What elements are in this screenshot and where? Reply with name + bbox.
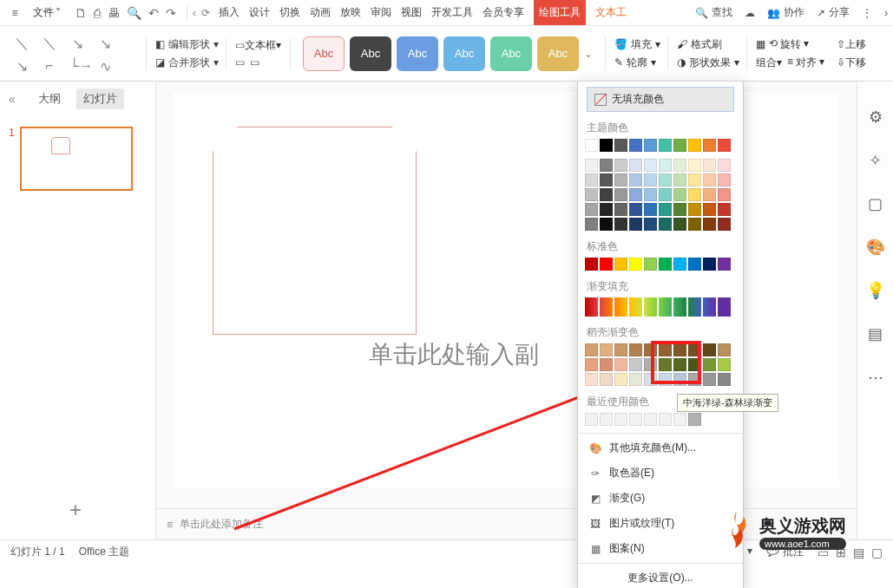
file-menu-button[interactable]: 文件 ˅ [30, 3, 64, 22]
tab-review[interactable]: 审阅 [371, 0, 391, 25]
color-swatch[interactable] [629, 358, 642, 371]
color-swatch[interactable] [688, 173, 701, 186]
color-swatch[interactable] [718, 139, 731, 152]
color-swatch[interactable] [644, 343, 657, 356]
color-swatch[interactable] [688, 358, 701, 371]
tab-transition[interactable]: 切换 [279, 0, 300, 25]
color-swatch[interactable] [600, 373, 613, 386]
color-swatch[interactable] [644, 413, 657, 426]
move-up-button[interactable]: ⇧上移 [837, 37, 866, 52]
color-swatch[interactable] [644, 218, 657, 231]
textbox-small-icon[interactable]: ▭ [250, 56, 259, 69]
textbox-button[interactable]: ▭文本框▾ [235, 38, 281, 53]
group-button[interactable]: 组合▾ [756, 56, 782, 70]
color-swatch[interactable] [644, 258, 657, 271]
color-swatch[interactable] [703, 203, 716, 216]
color-swatch[interactable] [703, 218, 716, 231]
color-swatch[interactable] [703, 159, 716, 172]
color-swatch[interactable] [600, 188, 613, 201]
color-swatch[interactable] [673, 358, 686, 371]
gradient-swatch[interactable] [659, 297, 672, 317]
color-swatch[interactable] [673, 413, 686, 426]
color-swatch[interactable] [673, 139, 686, 152]
gallery-expand-icon[interactable]: ⌄ [584, 48, 593, 60]
color-swatch[interactable] [614, 203, 627, 216]
search-button[interactable]: 🔍 查找 [695, 5, 732, 20]
color-swatch[interactable] [718, 218, 731, 231]
gradient-item[interactable]: ◩渐变(G) [578, 486, 743, 511]
color-swatch[interactable] [585, 139, 598, 152]
fill-button[interactable]: 🪣填充▾ [614, 37, 660, 52]
color-swatch[interactable] [600, 139, 613, 152]
gradient-swatch[interactable] [614, 297, 627, 317]
color-swatch[interactable] [659, 358, 672, 371]
color-swatch[interactable] [659, 413, 672, 426]
color-swatch[interactable] [585, 413, 598, 426]
color-swatch[interactable] [614, 358, 627, 371]
rotate-button[interactable]: ⟲旋转▾ [769, 37, 809, 52]
color-swatch[interactable] [644, 139, 657, 152]
color-swatch[interactable] [585, 358, 598, 371]
gradient-swatch[interactable] [585, 297, 598, 317]
color-swatch[interactable] [600, 218, 613, 231]
color-swatch[interactable] [673, 173, 686, 186]
line-icon[interactable]: ＼ [42, 35, 57, 53]
color-swatch[interactable] [600, 203, 613, 216]
color-swatch[interactable] [600, 173, 613, 186]
shape-effect-button[interactable]: ◑形状效果▾ [677, 56, 739, 70]
textbox-small-icon[interactable]: ▭ [235, 56, 245, 69]
color-swatch[interactable] [585, 373, 598, 386]
color-swatch[interactable] [718, 159, 731, 172]
color-swatch[interactable] [629, 343, 642, 356]
style-preset-1[interactable]: Abc [303, 36, 345, 71]
color-swatch[interactable] [688, 203, 701, 216]
color-swatch[interactable] [659, 373, 672, 386]
color-swatch[interactable] [718, 373, 731, 386]
tab-insert[interactable]: 插入 [219, 0, 240, 25]
color-swatch[interactable] [688, 258, 701, 271]
color-swatch[interactable] [585, 188, 598, 201]
color-swatch[interactable] [688, 413, 701, 426]
subtitle-placeholder[interactable]: 单击此处输入副 [369, 338, 539, 371]
color-swatch[interactable] [659, 173, 672, 186]
color-swatch[interactable] [673, 218, 686, 231]
color-swatch[interactable] [703, 258, 716, 271]
chevron-left-icon[interactable]: ‹ [193, 7, 196, 19]
color-swatch[interactable] [629, 373, 642, 386]
palette-icon[interactable]: 🎨 [866, 238, 885, 257]
color-swatch[interactable] [718, 258, 731, 271]
color-swatch[interactable] [629, 218, 642, 231]
notes-placeholder[interactable]: 单击此处添加备注 [180, 517, 263, 532]
more-icon[interactable]: ⋮ [862, 7, 872, 19]
begin-tab-icon[interactable]: ⟳ [201, 7, 210, 19]
color-swatch[interactable] [659, 218, 672, 231]
tab-devtools[interactable]: 开发工具 [431, 0, 473, 25]
color-swatch[interactable] [600, 343, 613, 356]
color-swatch[interactable] [614, 159, 627, 172]
tab-design[interactable]: 设计 [249, 0, 270, 25]
color-swatch[interactable] [659, 188, 672, 201]
no-fill-option[interactable]: 无填充颜色 [587, 87, 734, 112]
color-swatch[interactable] [614, 173, 627, 186]
color-swatch[interactable] [600, 413, 613, 426]
outline-button[interactable]: ✎轮廓▾ [614, 56, 660, 70]
style-preset-6[interactable]: Abc [537, 36, 579, 71]
color-swatch[interactable] [614, 343, 627, 356]
color-swatch[interactable] [673, 373, 686, 386]
color-swatch[interactable] [688, 218, 701, 231]
color-swatch[interactable] [673, 188, 686, 201]
redo-icon[interactable]: ↷ [166, 6, 176, 20]
color-swatch[interactable] [673, 343, 686, 356]
color-swatch[interactable] [585, 343, 598, 356]
pattern-item[interactable]: ▦图案(N) [578, 536, 743, 561]
color-swatch[interactable] [614, 139, 627, 152]
color-swatch[interactable] [629, 159, 642, 172]
gradient-swatch[interactable] [644, 297, 657, 317]
color-swatch[interactable] [718, 358, 731, 371]
save-icon[interactable]: ⎙ [94, 6, 101, 20]
elbow-arrow-icon[interactable]: └→ [69, 58, 85, 74]
color-swatch[interactable] [629, 139, 642, 152]
color-swatch[interactable] [659, 139, 672, 152]
color-swatch[interactable] [703, 139, 716, 152]
color-swatch[interactable] [659, 343, 672, 356]
